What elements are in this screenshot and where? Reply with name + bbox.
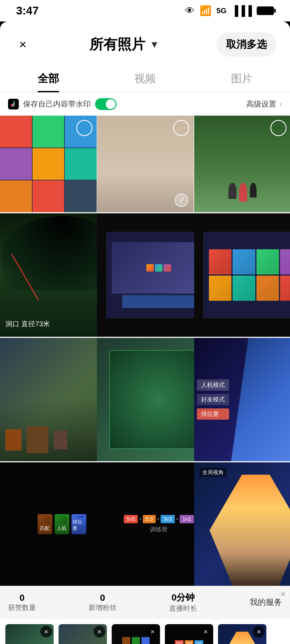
svg-point-1 <box>11 104 13 106</box>
select-circle-1 <box>76 120 92 136</box>
tab-video[interactable]: 视频 <box>97 65 193 92</box>
photo-cell-moba[interactable]: 全局视角 好友 9 <box>194 462 290 586</box>
photo-cell-hero[interactable]: 人机模式 好友模式 排位赛 4 <box>194 338 290 461</box>
select-circle-2 <box>173 120 189 136</box>
remove-thumb-1-button[interactable]: × <box>40 626 52 638</box>
album-title-area[interactable]: 所有照片 ▼ <box>89 35 159 54</box>
selected-thumb-5[interactable]: × <box>218 624 266 644</box>
mode-box-2: 人机 <box>55 514 69 534</box>
title-chevron-down-icon: ▼ <box>150 39 159 50</box>
cave-label: 洞口 直径73米 <box>5 319 50 329</box>
stat-fans: 0 获赞数量 <box>8 592 36 612</box>
advanced-settings-button[interactable]: 高级设置 › <box>246 99 282 109</box>
close-button[interactable]: × <box>13 35 32 54</box>
eye-icon: 👁 <box>185 5 195 16</box>
selected-thumb-3[interactable]: × <box>112 624 160 644</box>
select-circle-3 <box>270 120 287 136</box>
remove-thumb-2-button[interactable]: × <box>93 626 105 638</box>
tab-all[interactable]: 全部 <box>0 65 97 92</box>
photo-cell-2[interactable]: ✓ <box>97 116 194 212</box>
bottom-stats-bar: 0 获赞数量 0 新增粉丝 0分钟 直播时长 我的服务 × <box>0 586 290 619</box>
tiktok-icon <box>8 99 19 109</box>
cancel-multi-select-button[interactable]: 取消多选 <box>216 32 277 57</box>
signal-icon: 5G <box>216 6 226 15</box>
mode-box-1: 匹配 <box>38 514 52 534</box>
watermark-toggle[interactable] <box>95 98 117 110</box>
remove-thumb-5-button[interactable]: × <box>253 626 265 638</box>
tab-bar: 全部 视频 图片 <box>0 65 290 93</box>
photo-cell-game2[interactable]: 3 <box>194 213 290 337</box>
remove-thumb-3-button[interactable]: × <box>147 626 158 638</box>
my-service-label: 我的服务 <box>250 597 282 608</box>
selected-thumb-4[interactable]: 5v5 3v3 1v1 × <box>165 624 213 644</box>
selected-thumb-1[interactable]: × <box>5 624 54 644</box>
status-icons: 👁 📶 5G ▐▐▐ <box>185 5 274 16</box>
stat-new-fans: 0 新增粉丝 <box>89 592 117 612</box>
status-bar: 3:47 👁 📶 5G ▐▐▐ <box>0 0 290 21</box>
wifi-icon: 📶 <box>200 5 212 16</box>
selected-strip: × × × 5v5 <box>5 624 285 644</box>
album-title: 所有照片 <box>89 35 145 54</box>
photo-cell-1[interactable] <box>0 116 97 212</box>
status-time: 3:47 <box>16 4 39 17</box>
close-stats-button[interactable]: × <box>280 589 286 599</box>
settings-bar: 保存自己内容带水印 高级设置 › <box>0 93 290 116</box>
chevron-right-icon: › <box>280 100 282 108</box>
selected-thumb-2[interactable]: × <box>59 624 107 644</box>
selected-thumbs-area: × × × 5v5 <box>0 619 290 644</box>
remove-thumb-4-button[interactable]: × <box>200 626 212 638</box>
photo-cell-3[interactable] <box>194 116 290 212</box>
header: × 所有照片 ▼ 取消多选 <box>0 21 290 65</box>
photo-grid: ✓ <box>0 116 290 586</box>
mode-box-3: 排位赛 <box>71 514 86 534</box>
watermark-setting: 保存自己内容带水印 <box>8 98 117 110</box>
battery-icon <box>257 6 274 15</box>
tab-image[interactable]: 图片 <box>193 65 290 92</box>
modes-grid: 匹配 人机 排位赛 <box>38 514 86 534</box>
signal-bars-icon: ▐▐▐ <box>231 5 252 16</box>
main-container: × 所有照片 ▼ 取消多选 全部 视频 图片 保存自己内容带水印 <box>0 21 290 644</box>
watermark-label: 保存自己内容带水印 <box>23 99 91 109</box>
check-icon-2: ✓ <box>175 193 188 207</box>
stat-time: 0分钟 直播时长 <box>169 591 197 613</box>
